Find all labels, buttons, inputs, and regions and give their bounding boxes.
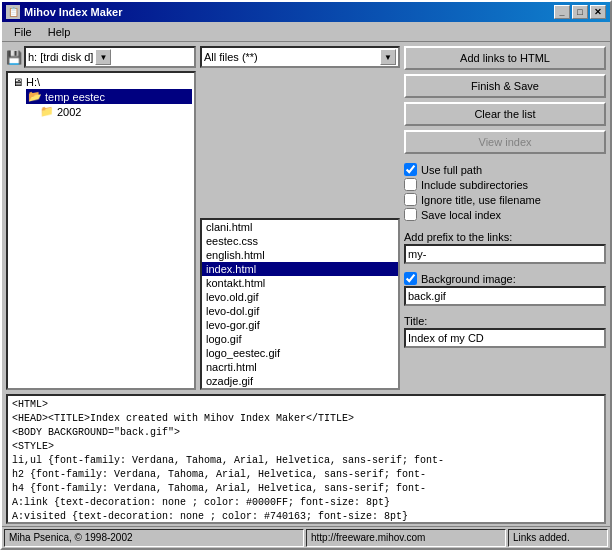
folder-tree[interactable]: 🖥 H:\ 📂 temp eestec 📁 2002 — [6, 71, 196, 390]
include-subdirs-checkbox[interactable] — [404, 178, 417, 191]
background-image-label: Background image: — [421, 273, 516, 285]
drive-select-wrapper[interactable]: h: [trdi disk d] ▼ — [24, 46, 196, 68]
tree-item-label: temp eestec — [45, 91, 105, 103]
status-message: Links added. — [508, 529, 608, 547]
list-item[interactable]: ozadje.gif — [202, 374, 398, 388]
save-local-index-label: Save local index — [421, 209, 501, 221]
use-full-path-label: Use full path — [421, 164, 482, 176]
right-panel: Add links to HTML Finish & Save Clear th… — [404, 46, 606, 390]
background-image-input[interactable] — [404, 286, 606, 306]
main-content: 💾 h: [trdi disk d] ▼ 🖥 H:\ 📂 temp eestec… — [2, 42, 610, 394]
list-item[interactable]: predloga.html — [202, 388, 398, 391]
menu-bar: File Help — [2, 22, 610, 42]
maximize-button[interactable]: □ — [572, 5, 588, 19]
list-item[interactable]: levo-dol.gif — [202, 304, 398, 318]
close-button[interactable]: ✕ — [590, 5, 606, 19]
menu-help[interactable]: Help — [40, 24, 79, 40]
list-item[interactable]: levo-gor.gif — [202, 318, 398, 332]
list-item[interactable]: kontakt.html — [202, 276, 398, 290]
list-item[interactable]: nacrti.html — [202, 360, 398, 374]
menu-file[interactable]: File — [6, 24, 40, 40]
list-item-selected[interactable]: index.html — [202, 262, 398, 276]
drive-dropdown-arrow[interactable]: ▼ — [95, 49, 111, 65]
drive-icon: 💾 — [6, 50, 22, 65]
filter-select-wrapper[interactable]: All files (**) ▼ — [200, 46, 400, 215]
html-preview[interactable]: <HTML> <HEAD><TITLE>Index created with M… — [6, 394, 606, 524]
status-url: http://freeware.mihov.com — [306, 529, 506, 547]
tree-item-2002[interactable]: 📁 2002 — [38, 104, 192, 119]
prefix-input[interactable] — [404, 244, 606, 264]
folder-closed-icon: 📁 — [40, 105, 54, 118]
left-panel: 💾 h: [trdi disk d] ▼ 🖥 H:\ 📂 temp eestec… — [6, 46, 196, 390]
tree-item-label: 2002 — [57, 106, 81, 118]
middle-panel: All files (**) ▼ clani.html eestec.css e… — [200, 46, 400, 390]
ignore-title-row: Ignore title, use filename — [404, 192, 606, 207]
view-index-button[interactable]: View index — [404, 130, 606, 154]
background-image-checkbox[interactable] — [404, 272, 417, 285]
list-item[interactable]: clani.html — [202, 220, 398, 234]
list-item[interactable]: logo_eestec.gif — [202, 346, 398, 360]
clear-list-button[interactable]: Clear the list — [404, 102, 606, 126]
tree-item-root[interactable]: 🖥 H:\ — [10, 75, 192, 89]
list-item[interactable]: eestec.css — [202, 234, 398, 248]
file-list[interactable]: clani.html eestec.css english.html index… — [200, 218, 400, 391]
prefix-label: Add prefix to the links: — [404, 231, 606, 243]
drive-label: h: [trdi disk d] — [28, 51, 93, 63]
include-subdirs-row: Include subdirectories — [404, 177, 606, 192]
include-subdirs-label: Include subdirectories — [421, 179, 528, 191]
use-full-path-checkbox[interactable] — [404, 163, 417, 176]
list-item[interactable]: logo.gif — [202, 332, 398, 346]
ignore-title-label: Ignore title, use filename — [421, 194, 541, 206]
window-title: Mihov Index Maker — [24, 6, 554, 18]
status-copyright: Miha Psenica, © 1998-2002 — [4, 529, 304, 547]
app-icon: 📋 — [6, 5, 20, 19]
finish-save-button[interactable]: Finish & Save — [404, 74, 606, 98]
filter-dropdown-arrow[interactable]: ▼ — [380, 49, 396, 65]
background-image-row: Background image: — [404, 271, 606, 286]
minimize-button[interactable]: _ — [554, 5, 570, 19]
drive-tree-icon: 🖥 — [12, 76, 23, 88]
save-local-index-row: Save local index — [404, 207, 606, 222]
save-local-index-checkbox[interactable] — [404, 208, 417, 221]
tree-item-temp-eestec[interactable]: 📂 temp eestec — [26, 89, 192, 104]
title-input[interactable] — [404, 328, 606, 348]
folder-open-icon: 📂 — [28, 90, 42, 103]
tree-item-label: H:\ — [26, 76, 40, 88]
list-item[interactable]: levo.old.gif — [202, 290, 398, 304]
title-label: Title: — [404, 315, 606, 327]
filter-label: All files (**) — [204, 51, 380, 63]
list-item[interactable]: english.html — [202, 248, 398, 262]
ignore-title-checkbox[interactable] — [404, 193, 417, 206]
main-window: 📋 Mihov Index Maker _ □ ✕ File Help 💾 h:… — [0, 0, 612, 550]
window-controls: _ □ ✕ — [554, 5, 606, 19]
title-bar: 📋 Mihov Index Maker _ □ ✕ — [2, 2, 610, 22]
html-preview-wrapper: <HTML> <HEAD><TITLE>Index created with M… — [6, 394, 606, 524]
drive-selector-row: 💾 h: [trdi disk d] ▼ — [6, 46, 196, 68]
add-links-button[interactable]: Add links to HTML — [404, 46, 606, 70]
status-bar: Miha Psenica, © 1998-2002 http://freewar… — [2, 526, 610, 548]
use-full-path-row: Use full path — [404, 162, 606, 177]
